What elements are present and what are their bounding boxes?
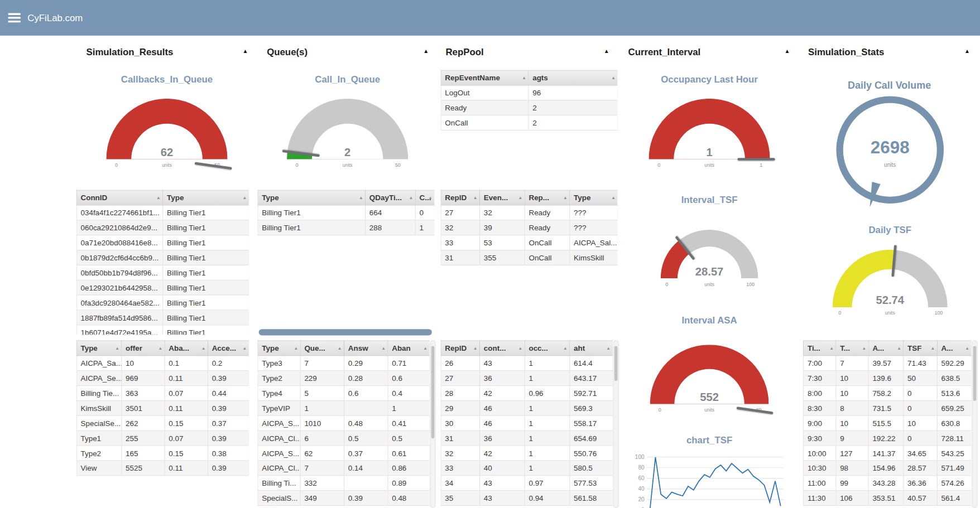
table-row[interactable]: 26431614.4	[441, 356, 612, 371]
table-row[interactable]: 7:3010139.650638.5	[804, 371, 972, 386]
table-row[interactable]: 29461569.3	[441, 400, 612, 415]
column-header-offer[interactable]: offer▲	[122, 341, 165, 356]
sort-icon[interactable]: ▲	[518, 196, 522, 200]
sort-icon[interactable]: ▲	[156, 196, 161, 200]
table-row[interactable]: 31355OnCallKimsSkill	[441, 250, 617, 265]
sort-icon[interactable]: ▲	[381, 346, 386, 350]
sort-icon[interactable]: ▲	[473, 196, 478, 200]
sort-icon[interactable]: ▲	[338, 346, 342, 350]
table-row[interactable]: 034fa4f1c2274661bf1...Billing Tier1	[76, 205, 249, 220]
column-header-t[interactable]: T...▲	[836, 341, 868, 356]
table-row[interactable]: 33401580.5	[441, 461, 612, 476]
sort-icon[interactable]: ▲	[243, 196, 247, 200]
column-header-type[interactable]: Type▲	[76, 341, 122, 356]
column-header-rep[interactable]: Rep...▲	[525, 190, 570, 205]
table-row[interactable]: 27361643.17	[441, 371, 612, 386]
column-header-que[interactable]: Que...▲	[300, 341, 344, 356]
collapse-caret-icon[interactable]: ▲	[784, 49, 790, 54]
table-row[interactable]: Type22290.280.6	[258, 371, 429, 386]
column-header-connid[interactable]: ConnID▲	[76, 190, 163, 205]
table-row[interactable]: Type450.60.4	[258, 386, 429, 401]
sort-icon[interactable]: ▲	[563, 346, 568, 350]
collapse-caret-icon[interactable]: ▲	[964, 49, 970, 54]
table-row[interactable]: 1b6071e4d72e4195a...Billing Tier1	[76, 325, 249, 335]
table-row[interactable]: 11:0099343.2836.36574.26	[804, 476, 972, 491]
column-header-a[interactable]: A...▲	[868, 341, 904, 356]
vertical-scrollbar-thumb[interactable]	[973, 346, 977, 401]
table-row[interactable]: Billing Ti...3320.89	[258, 476, 429, 491]
collapse-caret-icon[interactable]: ▲	[604, 49, 609, 54]
vertical-scrollbar-thumb[interactable]	[431, 346, 435, 438]
vertical-scrollbar[interactable]	[972, 340, 977, 507]
table-row[interactable]: 0a71e20bd088416e8...Billing Tier1	[76, 235, 249, 250]
table-row[interactable]: 10:3098154.9628.57571.49	[804, 461, 972, 476]
column-header-tsf[interactable]: TSF▲	[904, 341, 937, 356]
sort-icon[interactable]: ▲	[294, 346, 298, 350]
column-header-acce[interactable]: Acce...▲	[208, 341, 248, 356]
column-header-c[interactable]: C...▲	[415, 190, 434, 205]
vertical-scrollbar[interactable]	[613, 340, 619, 507]
table-row[interactable]: Billing Tier16640	[258, 205, 434, 220]
sort-icon[interactable]: ▲	[862, 346, 866, 350]
table-row[interactable]: Type21650.150.38	[76, 446, 249, 461]
column-header-qdayti[interactable]: QDayTi...▲	[366, 190, 416, 205]
table-row[interactable]: KimsSkill35010.110.39	[76, 400, 249, 415]
sort-icon[interactable]: ▲	[243, 346, 247, 350]
sort-icon[interactable]: ▲	[518, 346, 522, 350]
table-row[interactable]: OnCall2	[441, 115, 617, 130]
table-row[interactable]: 32421550.76	[441, 446, 612, 461]
table-row[interactable]: 8:308731.50659.25	[804, 400, 972, 415]
column-header-aba[interactable]: Aba...▲	[165, 341, 208, 356]
table-row[interactable]: AICPA_Se...9690.110.39	[76, 371, 249, 386]
sort-icon[interactable]: ▲	[897, 346, 901, 350]
table-row[interactable]: 9:0010515.510630.8	[804, 415, 972, 430]
table-row[interactable]: AICPA_Sa...100.10.2	[76, 356, 249, 371]
column-header-repid[interactable]: RepID▲	[441, 190, 479, 205]
vertical-scrollbar[interactable]	[430, 340, 435, 507]
table-row[interactable]: Billing Tier12881	[258, 220, 434, 235]
table-row[interactable]: Type370.290.71	[258, 356, 429, 371]
table-row[interactable]: 0b1879d2cf6d4cc6b9...Billing Tier1	[76, 250, 249, 265]
table-row[interactable]: Ready2	[441, 100, 617, 115]
column-header-type[interactable]: Type▲	[258, 341, 300, 356]
table-row[interactable]: 2732Ready???	[441, 205, 617, 220]
table-row[interactable]: 9:309192.220728.11	[804, 430, 972, 446]
column-header-agts[interactable]: agts▲	[529, 70, 618, 85]
sort-icon[interactable]: ▲	[965, 346, 969, 350]
column-header-ti[interactable]: Ti...▲	[804, 341, 836, 356]
sort-icon[interactable]: ▲	[115, 346, 119, 350]
table-row[interactable]: 35430.94561.58	[441, 491, 612, 506]
column-header-type[interactable]: Type▲	[570, 190, 618, 205]
table-row[interactable]: 3239Ready???	[441, 220, 617, 235]
column-header-type[interactable]: Type▲	[258, 190, 366, 205]
table-row[interactable]: 3353OnCallAICPA_Sal...	[441, 235, 617, 250]
sort-icon[interactable]: ▲	[931, 346, 935, 350]
table-row[interactable]: 31361654.69	[441, 430, 612, 446]
table-row[interactable]: 0fa3dc9280464ae582...Billing Tier1	[76, 295, 249, 310]
sort-icon[interactable]: ▲	[563, 196, 568, 200]
table-row[interactable]: SpecialSe...2620.150.37	[76, 415, 249, 430]
table-row[interactable]: Billing Tie...3630.070.44	[76, 386, 249, 401]
column-header-occ[interactable]: occ...▲	[525, 341, 570, 356]
table-row[interactable]: View55250.110.39	[76, 461, 249, 476]
table-row[interactable]: 1887fb89fa514d9586...Billing Tier1	[76, 310, 249, 325]
column-header-a[interactable]: A...▲	[937, 341, 971, 356]
sort-icon[interactable]: ▲	[606, 346, 611, 350]
table-row[interactable]: 10:00127141.3734.65543.25	[804, 446, 972, 461]
sort-icon[interactable]: ▲	[829, 346, 834, 350]
vertical-scrollbar-thumb[interactable]	[614, 346, 618, 381]
sort-icon[interactable]: ▲	[158, 346, 162, 350]
table-row[interactable]: 30461558.17	[441, 415, 612, 430]
table-row[interactable]: LogOut96	[441, 85, 617, 100]
table-row[interactable]: 0bfd50bb1b794d8f96...Billing Tier1	[76, 265, 249, 280]
hamburger-menu-icon[interactable]	[8, 11, 21, 25]
column-header-cont[interactable]: cont...▲	[480, 341, 525, 356]
sort-icon[interactable]: ▲	[522, 76, 526, 80]
table-row[interactable]: 34430.97577.53	[441, 476, 612, 491]
column-header-repid[interactable]: RepID▲	[441, 341, 479, 356]
sort-icon[interactable]: ▲	[611, 76, 616, 80]
column-header-even[interactable]: Even...▲	[480, 190, 525, 205]
column-header-aban[interactable]: Aban▲	[388, 341, 429, 356]
table-row[interactable]: TypeVIP11	[258, 400, 429, 415]
sort-icon[interactable]: ▲	[359, 196, 363, 200]
